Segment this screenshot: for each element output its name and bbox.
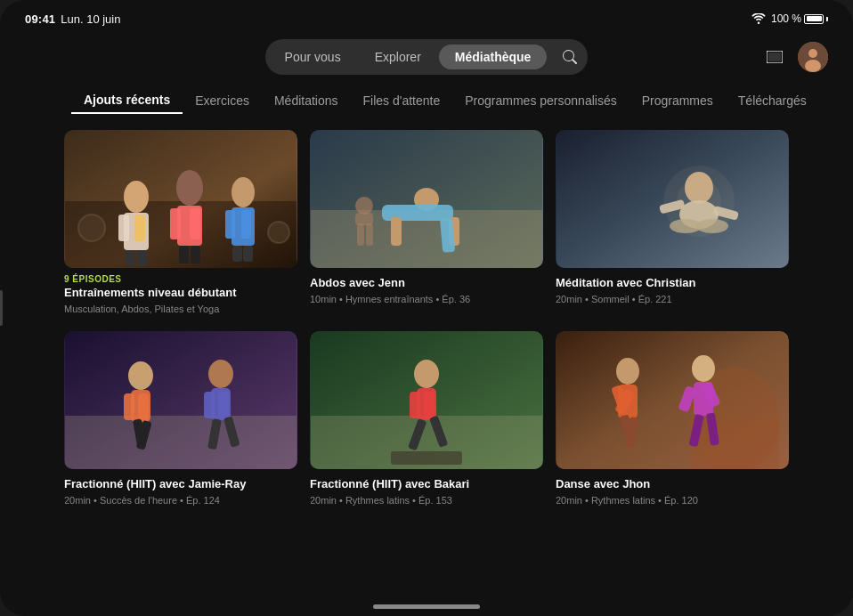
card-2-thumbnail <box>310 130 543 268</box>
svg-rect-35 <box>355 213 373 225</box>
card-3-subtitle: 20min • Sommeil • Ép. 221 <box>556 293 789 305</box>
category-tabs: Ajouts récents Exercices Méditations Fil… <box>0 82 853 119</box>
svg-point-55 <box>208 360 233 388</box>
svg-rect-58 <box>218 392 229 418</box>
card-2[interactable]: Abdos avec Jenn 10min • Hymnes entraînan… <box>310 130 543 317</box>
status-time: 09:41 <box>25 12 55 26</box>
status-icons: 100 % <box>751 12 828 25</box>
card-6-subtitle: 20min • Rythmes latins • Ép. 120 <box>556 494 789 507</box>
svg-rect-65 <box>410 392 420 418</box>
status-bar: 09:41 Lun. 10 juin 100 % <box>0 0 853 32</box>
home-indicator[interactable] <box>373 604 480 609</box>
cat-ajouts-recents[interactable]: Ajouts récents <box>71 87 183 114</box>
card-4-thumbnail <box>64 331 297 469</box>
card-3-info: Méditation avec Christian 20min • Sommei… <box>556 268 789 307</box>
svg-point-34 <box>355 197 373 215</box>
card-1-title: Entraînements niveau débutant <box>64 286 297 301</box>
battery-icon: 100 % <box>771 12 828 25</box>
cat-meditations[interactable]: Méditations <box>262 88 351 113</box>
card-5[interactable]: Fractionné (HIIT) avec Bakari 20min • Ry… <box>310 331 543 508</box>
svg-rect-15 <box>170 208 181 239</box>
svg-rect-9 <box>118 215 129 241</box>
svg-rect-31 <box>391 217 402 246</box>
card-6-info: Danse avec Jhon 20min • Rythmes latins •… <box>556 469 789 508</box>
svg-rect-69 <box>391 451 462 465</box>
svg-point-63 <box>414 360 439 388</box>
card-2-info: Abdos avec Jenn 10min • Hymnes entraînan… <box>310 268 543 307</box>
svg-rect-22 <box>241 210 251 239</box>
screen-mode-button[interactable] <box>760 43 789 71</box>
svg-point-13 <box>176 170 203 206</box>
svg-point-49 <box>128 361 153 390</box>
card-1-badge: 9 ÉPISODES <box>64 274 297 284</box>
avatar[interactable] <box>798 42 828 72</box>
svg-rect-51 <box>124 393 134 420</box>
svg-rect-52 <box>138 393 149 420</box>
nav-right-controls <box>760 42 828 72</box>
side-edge-indicator <box>0 290 3 326</box>
cat-files-attente[interactable]: Files d'attente <box>351 88 453 113</box>
svg-rect-18 <box>191 246 200 263</box>
nav-tabs: Pour vous Explorer Médiathèque <box>265 39 589 75</box>
card-3[interactable]: Méditation avec Christian 20min • Sommei… <box>556 130 789 317</box>
svg-rect-36 <box>357 223 364 246</box>
svg-point-3 <box>808 49 817 58</box>
cat-programmes[interactable]: Programmes <box>630 88 726 113</box>
card-1-info: 9 ÉPISODES Entraînements niveau débutant… <box>64 268 297 317</box>
svg-rect-24 <box>243 246 253 262</box>
card-4[interactable]: Fractionné (HIIT) avec Jamie-Ray 20min •… <box>64 331 297 508</box>
card-6-title: Danse avec Jhon <box>556 477 789 492</box>
card-6[interactable]: Danse avec Jhon 20min • Rythmes latins •… <box>556 331 789 508</box>
svg-point-4 <box>805 60 821 72</box>
svg-rect-57 <box>204 392 215 418</box>
card-5-subtitle: 20min • Rythmes latins • Ép. 153 <box>310 494 543 507</box>
svg-rect-16 <box>190 208 200 239</box>
cat-telecharges[interactable]: Téléchargés <box>726 88 819 113</box>
svg-point-25 <box>78 215 105 241</box>
svg-rect-11 <box>126 250 135 266</box>
tab-pour-vous[interactable]: Pour vous <box>269 45 357 69</box>
device-frame: 09:41 Lun. 10 juin 100 % Pour vous Explo… <box>0 0 853 616</box>
svg-rect-37 <box>366 223 373 246</box>
content-area: 9 ÉPISODES Entraînements niveau débutant… <box>0 119 853 526</box>
card-1-subtitle: Musculation, Abdos, Pilates et Yoga <box>64 303 297 315</box>
svg-point-7 <box>124 181 149 213</box>
card-3-thumbnail <box>556 130 789 268</box>
card-4-subtitle: 20min • Succès de l'heure • Ép. 124 <box>64 494 297 507</box>
svg-point-26 <box>268 222 289 243</box>
svg-rect-12 <box>137 250 147 266</box>
svg-rect-72 <box>690 420 779 469</box>
card-3-title: Méditation avec Christian <box>556 276 789 291</box>
tab-explorer[interactable]: Explorer <box>359 45 437 69</box>
wifi-icon <box>751 13 766 24</box>
search-button[interactable] <box>556 43 584 71</box>
nav-bar: Pour vous Explorer Médiathèque <box>0 32 853 82</box>
tab-mediatheque[interactable]: Médiathèque <box>439 45 548 69</box>
svg-rect-66 <box>424 392 435 418</box>
status-date: Lun. 10 juin <box>61 12 120 26</box>
card-6-thumbnail <box>556 331 789 469</box>
svg-rect-48 <box>65 416 297 469</box>
svg-rect-10 <box>134 215 145 241</box>
card-4-info: Fractionné (HIIT) avec Jamie-Ray 20min •… <box>64 469 297 508</box>
card-5-thumbnail <box>310 331 543 469</box>
svg-point-73 <box>616 358 639 385</box>
svg-point-79 <box>692 355 715 382</box>
svg-rect-21 <box>225 210 235 239</box>
card-5-title: Fractionné (HIIT) avec Bakari <box>310 477 543 492</box>
card-4-title: Fractionné (HIIT) avec Jamie-Ray <box>64 477 297 492</box>
svg-rect-1 <box>768 53 781 61</box>
svg-rect-23 <box>232 246 242 262</box>
cat-exercices[interactable]: Exercices <box>183 88 262 113</box>
battery-text: 100 % <box>771 12 801 25</box>
cat-programmes-personnalises[interactable]: Programmes personnalisés <box>452 88 629 113</box>
card-1-thumbnail <box>64 130 297 268</box>
svg-rect-17 <box>179 246 189 263</box>
card-2-subtitle: 10min • Hymnes entraînants • Ép. 36 <box>310 293 543 305</box>
cards-grid: 9 ÉPISODES Entraînements niveau débutant… <box>64 130 789 508</box>
card-1[interactable]: 9 ÉPISODES Entraînements niveau débutant… <box>64 130 297 317</box>
svg-point-19 <box>232 177 255 207</box>
svg-point-46 <box>677 179 721 223</box>
card-2-title: Abdos avec Jenn <box>310 276 543 291</box>
card-5-info: Fractionné (HIIT) avec Bakari 20min • Ry… <box>310 469 543 508</box>
